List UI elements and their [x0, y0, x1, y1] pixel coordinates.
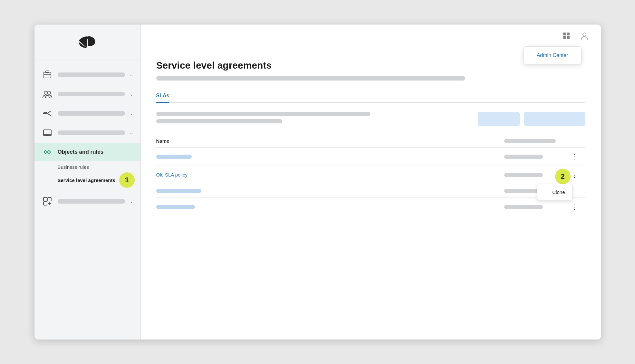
chevron-down-icon: ⌄	[130, 91, 133, 97]
row-actions-cell: ⋮ 2 Clone	[563, 166, 585, 184]
row-meta-bar	[504, 173, 543, 177]
page-content: Service level agreements SLAs	[141, 47, 601, 340]
row-actions-cell: ⋮	[563, 147, 585, 166]
sidebar-item-service-level-agreements[interactable]: Service level agreements	[58, 176, 115, 185]
chevron-down-icon: ⌄	[130, 130, 133, 135]
sidebar-subnav-objects: Business rules Service level agreements …	[34, 162, 140, 188]
people-icon	[42, 88, 53, 100]
svg-rect-19	[567, 33, 570, 35]
svg-rect-15	[43, 202, 47, 205]
action-button-1[interactable]	[478, 112, 520, 126]
svg-point-22	[583, 33, 586, 36]
sidebar-item-label: Objects and rules	[58, 149, 133, 155]
sidebar-item-objects-and-rules[interactable]: Objects and rules	[34, 143, 140, 161]
desc-bar-2	[156, 119, 282, 123]
description-row	[156, 112, 585, 126]
svg-rect-13	[43, 197, 47, 201]
row-actions-cell: ⋮	[563, 198, 585, 216]
step-1-badge: 1	[119, 172, 135, 188]
zendesk-logo-icon	[76, 33, 99, 51]
organization-icon	[42, 69, 53, 81]
row-meta-cell	[499, 198, 563, 216]
action-button-2[interactable]	[524, 112, 585, 126]
sla-policy-link[interactable]: Old SLA policy	[156, 172, 188, 177]
row-name-bar	[156, 205, 195, 209]
desc-bar-1	[156, 112, 370, 116]
svg-point-4	[47, 91, 51, 94]
sidebar-item-label	[58, 130, 125, 135]
column-empty-1	[499, 135, 563, 147]
sidebar-item-workspaces[interactable]: ⌄	[34, 124, 140, 142]
user-icon-button[interactable]	[578, 30, 591, 42]
clone-menu-item[interactable]: Clone	[537, 186, 572, 198]
more-actions-button[interactable]: ⋮	[569, 202, 580, 211]
svg-line-6	[47, 111, 51, 113]
step-2-container: ⋮ 2	[569, 170, 580, 179]
page-title: Service level agreements	[156, 60, 585, 71]
channels-icon	[42, 108, 53, 119]
column-actions	[563, 135, 585, 147]
sidebar-item-people[interactable]: ⌄	[34, 85, 140, 103]
svg-rect-21	[567, 36, 570, 39]
sidebar-item-channels[interactable]: ⌄	[34, 104, 140, 122]
table-row: ⋮	[156, 198, 585, 216]
chevron-down-icon: ⌄	[130, 72, 133, 77]
svg-line-7	[47, 113, 51, 116]
row-meta-bar	[504, 205, 543, 209]
row-name-cell	[156, 184, 499, 198]
row-name-cell: Old SLA policy	[156, 166, 499, 184]
sidebar-item-apps[interactable]: ⌄	[34, 192, 140, 210]
step-2-badge: 2	[555, 169, 571, 184]
header: Admin Center	[141, 24, 601, 47]
svg-point-3	[44, 91, 47, 94]
chevron-down-icon: ⌄	[130, 199, 133, 204]
svg-rect-14	[48, 197, 51, 201]
grid-icon-button[interactable]	[560, 30, 572, 42]
chevron-down-icon: ⌄	[130, 111, 133, 116]
row-meta-cell	[499, 147, 563, 166]
tabs: SLAs	[156, 90, 585, 103]
more-actions-button[interactable]: ⋮	[569, 152, 580, 161]
row-name-bar	[156, 189, 201, 193]
header-icons	[560, 30, 591, 42]
sidebar: ⌄ ⌄ ⌄	[34, 24, 141, 340]
sidebar-item-business-rules[interactable]: Business rules	[58, 162, 140, 172]
objects-and-rules-icon	[42, 146, 53, 158]
row-name-cell	[156, 198, 499, 216]
column-name: Name	[156, 135, 499, 147]
table-row	[156, 184, 585, 198]
description-bars	[156, 112, 471, 123]
sidebar-nav: ⌄ ⌄ ⌄	[34, 60, 140, 340]
tab-slas[interactable]: SLAs	[156, 90, 169, 103]
svg-rect-18	[563, 33, 566, 35]
svg-rect-20	[563, 36, 566, 39]
workspaces-icon	[42, 127, 53, 139]
page-subtitle-bar	[156, 76, 465, 81]
sidebar-item-label	[58, 199, 125, 204]
table-row: ⋮	[156, 147, 585, 166]
main-content: Admin Center Service level agreements SL…	[141, 24, 601, 340]
step-1-container: Service level agreements 1	[58, 172, 140, 188]
sidebar-item-organization[interactable]: ⌄	[34, 66, 140, 84]
action-buttons	[478, 112, 585, 126]
row-meta-cell	[499, 166, 563, 184]
context-menu: Clone	[537, 184, 572, 200]
sidebar-item-label	[58, 111, 125, 116]
apps-icon	[42, 196, 53, 207]
sla-table: Name ⋮	[156, 135, 585, 216]
admin-center-popup[interactable]: Admin Center	[524, 46, 582, 64]
row-meta-bar	[504, 155, 543, 159]
sidebar-item-label	[58, 72, 125, 77]
row-name-cell	[156, 147, 499, 166]
sidebar-item-label	[58, 92, 125, 96]
table-row: Old SLA policy ⋮ 2 Clone	[156, 166, 585, 184]
logo	[34, 24, 140, 60]
row-name-bar	[156, 155, 192, 159]
